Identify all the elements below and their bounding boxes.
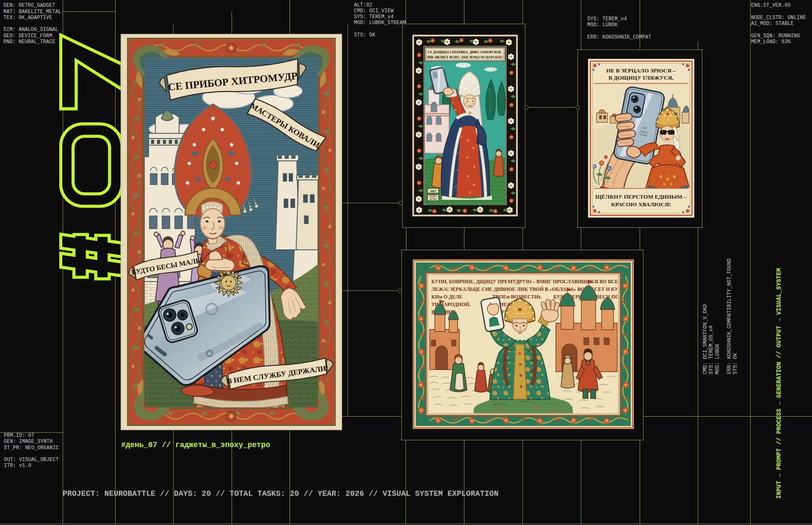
svg-text:#07: #07 [430,189,436,193]
svg-text:КУПИ, БОЯРИНЕ, ДЩИЦУ ПРЕМУДРУЮ: КУПИ, БОЯРИНЕ, ДЩИЦУ ПРЕМУДРУЮ – ВМИГ ПР… [431,279,634,285]
svg-text:В ДОЩИЦУ ГЛЯЖУСЯ,: В ДОЩИЦУ ГЛЯЖУСЯ, [608,75,674,81]
svg-text:ТВОЕм ВОЗВЕСТИт.: ТВОЕм ВОЗВЕСТИт. [492,294,541,300]
svg-text:ЛИК ЯВЛЯЕТ ЯСНО, АКИ ЗЕРЦАЛО Ц: ЛИК ЯВЛЯЕТ ЯСНО, АКИ ЗЕРЦАЛО ЦАРСКОЕ! [426,55,503,59]
svg-text:СЕ ДОЩИЦА СРЕБРЯНА, ДИВО ЗАМОР: СЕ ДОЩИЦА СРЕБРЯНА, ДИВО ЗАМОРСКОЕ, [428,50,502,54]
svg-text:КРАСОЮ ХВАЛЮСЯ!: КРАСОЮ ХВАЛЮСЯ! [611,201,671,207]
svg-text:НЕ В ЗЕРЦАЛО ЗРЮСЯ –: НЕ В ЗЕРЦАЛО ЗРЮСЯ – [606,67,676,74]
svg-text:КИм О ДЕЛЕ: КИм О ДЕЛЕ [431,294,462,300]
svg-text:ЩЁЛКНУ ПЕРСТОМ ЕДИНЫМ –: ЩЁЛКНУ ПЕРСТОМ ЕДИНЫМ – [595,193,687,200]
svg-text:НЕЙРО: НЕЙРО [429,195,437,198]
svg-text:ЛЕЖА! ЗЕРКАЛЬЦЕ СИЕ ДИВНОЕ ЛИК: ЛЕЖА! ЗЕРКАЛЬЦЕ СИЕ ДИВНОЕ ЛИК ТВОЙ В «О… [431,286,634,292]
svg-text:БИТВА: БИТВА [430,198,437,200]
